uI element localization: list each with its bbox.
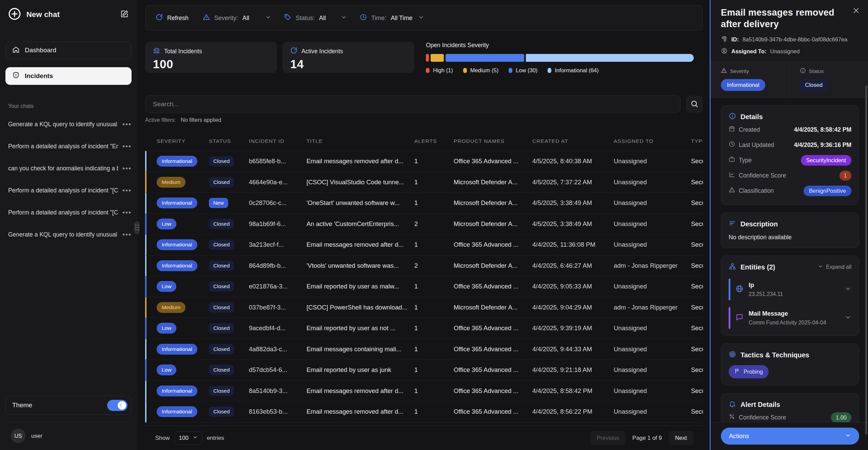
description-card: Description No description available [721,212,859,248]
sidebar-item-label: Incidents [25,72,53,80]
type-cell: Security [691,387,703,395]
time-filter-value: All Time [391,15,412,22]
assigned-to-cell: Unassigned [614,345,691,353]
actions-button[interactable]: Actions [721,428,859,445]
expand-all-button[interactable]: Expand all [818,264,851,270]
col-type: TYPE [691,138,703,144]
entity-accent [729,279,730,300]
sidebar-resize-handle[interactable] [134,221,140,234]
chat-list-item[interactable]: Perform a detailed analysis of incident … [0,202,137,224]
ellipsis-menu-icon[interactable]: ••• [122,187,132,194]
alerts-cell: 1 [414,408,454,415]
legend-dot [548,68,551,73]
time-filter-dropdown[interactable]: Time: All Time [360,14,424,22]
table-row[interactable]: Low Closed 98a1b69f-6... An active 'Cust… [145,214,703,235]
theme-toggle[interactable]: ☾ [107,400,127,411]
status-filter-dropdown[interactable]: Status: All [284,14,347,22]
incident-id-cell: d57dcb54-6... [249,366,307,374]
table-row[interactable]: Low Closed d57dcb54-6... Email reported … [145,360,703,381]
panel-scrollbar[interactable] [865,86,867,434]
title-cell: Email messages removed after d... [307,241,414,248]
briefcase-icon [729,156,735,164]
entity-item-mail-message[interactable]: Mail Message Comm Fund Activity 2025-04-… [729,307,851,329]
ellipsis-menu-icon[interactable]: ••• [122,120,132,128]
sidebar-item-incidents[interactable]: Incidents [5,67,132,85]
sidebar-item-dashboard[interactable]: Dashboard [5,41,132,59]
chat-list-item[interactable]: Perform a detailed analysis of incident … [0,135,137,157]
ellipsis-menu-icon[interactable]: ••• [122,209,132,217]
details-heading: Details [741,113,763,121]
table-row[interactable]: Medium Closed 037be87f-3... [CSOC] Power… [145,297,703,318]
refresh-icon [156,14,163,22]
created-at-cell: 4/4/2025, 9:39:19 AM [532,324,614,332]
table-row[interactable]: Informational New 0c28706c-c... 'OneStar… [145,193,703,214]
panel-status: Status Closed [789,62,868,97]
user-profile[interactable]: US user [7,429,130,443]
chat-list-item[interactable]: Generate a KQL query to identify unusual… [0,224,137,246]
table-row[interactable]: Informational Closed 8163eb53-b... Email… [145,401,703,423]
close-icon[interactable] [852,7,860,16]
entity-item-ip[interactable]: Ip 23.251.234.11 [729,279,851,300]
previous-button[interactable]: Previous [590,431,626,445]
legend-item-medium: Medium (5) [463,67,498,74]
chevron-down-icon [265,14,271,22]
created-at-cell: 4/5/2025, 7:37:22 AM [532,179,614,186]
product-names-cell: Office 365 Advanced ... [454,408,532,415]
table-row[interactable]: Informational Closed 8a5140b9-3... Email… [145,381,703,402]
panel-severity-label: Severity [730,68,749,74]
assigned-to-label: Assigned To: [731,48,766,55]
user-circle-icon [721,48,728,56]
status-badge: Closed [209,240,234,250]
incident-detail-panel: Email messages removed after delivery ID… [710,0,868,450]
search-input[interactable] [153,100,673,108]
chevron-down-icon[interactable] [845,285,851,294]
sidebar-divider: US user [7,422,130,443]
panel-scroll-area[interactable]: Details Created 4/4/2025, 8:58:42 PM Las… [711,98,868,422]
chat-list-item[interactable]: Generate a KQL query to identify unusual… [0,113,137,135]
plus-circle-icon[interactable] [8,7,21,22]
ellipsis-menu-icon[interactable]: ••• [122,231,132,239]
created-at-cell: 4/4/2025, 8:58:42 PM [532,387,614,395]
title-cell: Email messages containing mali... [307,345,414,353]
alerts-cell: 1 [414,387,454,395]
table-row[interactable]: Informational Closed 4a882da3-c... Email… [145,339,703,360]
table-row[interactable]: Low Closed 9acedbf4-d... Email reported … [145,318,703,339]
severity-filter-dropdown[interactable]: Severity: All [203,14,271,22]
table-row[interactable]: Informational Closed 3a213ecf-f... Email… [145,235,703,256]
globe-icon [735,285,744,294]
created-at-cell: 4/4/2025, 9:44:33 AM [532,345,614,353]
new-chat-label[interactable]: New chat [26,10,60,19]
title-cell: An active 'CustomCertEnterpris... [307,220,414,228]
ellipsis-menu-icon[interactable]: ••• [122,165,132,172]
chevron-down-icon[interactable] [845,314,851,322]
panel-status-badge: Closed [800,79,828,91]
title-cell: Email reported by user as not ... [307,324,414,332]
status-filter-label: Status: [296,15,315,22]
severity-filter-label: Severity: [214,15,238,22]
tactics-card: Tactics & Techniques Probing [721,343,859,386]
product-names-cell: Office 365 Advanced ... [454,366,532,374]
compose-icon[interactable] [120,10,129,20]
chevron-down-icon [193,435,198,442]
type-cell: Security [691,199,703,207]
col-title: TITLE [307,138,414,144]
col-status: STATUS [209,138,249,144]
assigned-to-cell: adm - Jonas Ripperger [614,304,691,311]
your-chats-label: Your chats [8,103,137,109]
alerts-cell: 1 [414,283,454,290]
table-row[interactable]: Medium Closed 4664e90a-e... [CSOC] Visua… [145,172,703,193]
chat-list-item[interactable]: can you check for anomalies indicating a… [0,157,137,180]
page-size-select[interactable]: 100 [174,431,202,445]
type-cell: Security [691,157,703,165]
table-row[interactable]: Informational Closed 864d89fb-b... 'Vtoo… [145,256,703,277]
entity-type: Ip [749,282,783,289]
chat-list-item[interactable]: Perform a detailed analysis of incident … [0,180,137,202]
table-row[interactable]: Informational Closed b6585fe8-b... Email… [145,151,703,172]
refresh-button[interactable]: Refresh [156,14,189,22]
active-filters-label: Active filters: [145,117,176,123]
table-row[interactable]: Low Closed e021876a-3... Email reported … [145,276,703,297]
next-button[interactable]: Next [669,431,693,445]
search-button[interactable] [686,96,703,113]
col-assigned-to: ASSIGNED TO [614,138,691,144]
ellipsis-menu-icon[interactable]: ••• [122,143,132,150]
